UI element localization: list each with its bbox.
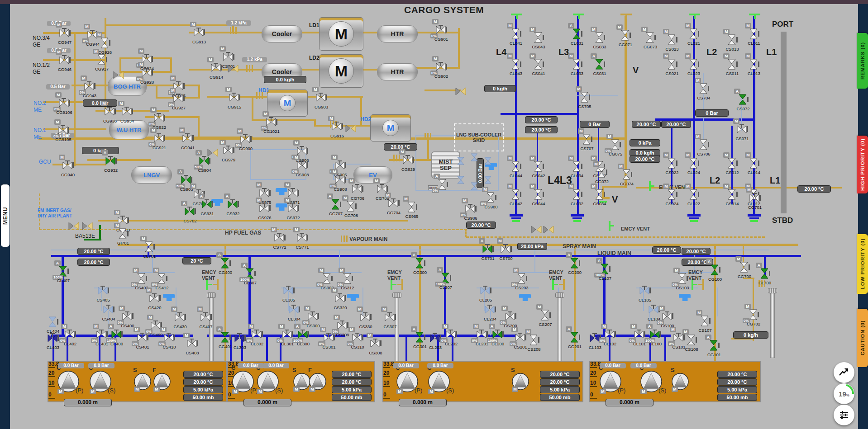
valve-CG941[interactable] — [182, 132, 194, 144]
valve-CS043[interactable] — [533, 32, 544, 43]
caution-tab[interactable]: CAUTION (0) — [857, 309, 868, 367]
valve-CS976[interactable] — [259, 203, 271, 214]
valve-CS320[interactable] — [334, 292, 346, 304]
valve-CS014[interactable] — [726, 189, 738, 200]
valve-CS430[interactable] — [174, 311, 186, 323]
valve-CS772[interactable] — [274, 232, 286, 244]
valve-CG700[interactable] — [739, 261, 750, 273]
valve-CG707[interactable] — [330, 198, 342, 210]
valve-CG914[interactable] — [210, 62, 222, 74]
valve-CG200[interactable] — [569, 257, 581, 269]
valve-CG917[interactable] — [96, 54, 108, 66]
valve-CS041[interactable] — [533, 58, 544, 70]
valve-CG903[interactable] — [315, 92, 327, 104]
remarks-tab[interactable]: REMARKS (0) — [857, 33, 868, 89]
valve-CS972[interactable] — [287, 203, 299, 214]
valve-CG201[interactable] — [569, 331, 581, 343]
valve-CS330[interactable] — [360, 311, 372, 323]
valve-CS034[interactable] — [594, 189, 606, 200]
valve-CS208[interactable] — [528, 334, 540, 346]
valve-CL305[interactable] — [283, 285, 295, 297]
valve-CS001[interactable] — [223, 51, 234, 63]
valve-CL404[interactable] — [47, 316, 59, 328]
valve-CL105[interactable] — [639, 285, 651, 297]
valve-CS024[interactable] — [666, 189, 678, 200]
valve-CG916[interactable] — [331, 121, 343, 132]
high-priority-tab[interactable]: HIGH PRIORITY (0) — [857, 136, 868, 193]
valve-CL701[interactable] — [143, 241, 155, 253]
valve-CL044[interactable] — [510, 160, 522, 172]
valve-CL032[interactable] — [571, 189, 583, 200]
valve-CG300[interactable] — [414, 257, 426, 269]
valve-CS031[interactable] — [594, 58, 606, 70]
valve-CS072[interactable] — [737, 94, 749, 105]
valve-CG072[interactable] — [596, 166, 608, 178]
valve-CS042[interactable] — [533, 160, 544, 172]
valve-CS932[interactable] — [227, 198, 239, 210]
valve-CS404[interactable] — [103, 304, 114, 316]
valve-CS771[interactable] — [296, 232, 308, 244]
low-priority-tab[interactable]: LOW PRIORITY (0) — [857, 234, 868, 294]
valve-CS408[interactable] — [186, 338, 198, 349]
trend-button[interactable] — [834, 362, 854, 383]
valve-CL014[interactable] — [748, 157, 760, 169]
valve-CS207[interactable] — [539, 309, 551, 321]
valve-CL043[interactable] — [510, 58, 522, 70]
valve-CL204[interactable] — [484, 304, 496, 316]
valve-CS704[interactable] — [698, 83, 710, 94]
valve-CS108[interactable] — [686, 334, 697, 346]
valve-CS013[interactable] — [726, 34, 738, 46]
gas-level-button[interactable]: 19% — [834, 383, 854, 404]
valve-CG074[interactable] — [621, 169, 633, 180]
valve-CG706[interactable] — [352, 183, 363, 195]
valve-CS308[interactable] — [370, 338, 382, 349]
valve-CG301[interactable] — [414, 331, 426, 343]
valve-GI701[interactable] — [117, 228, 129, 240]
valve-CL031[interactable] — [571, 28, 583, 40]
valve-CG934[interactable] — [121, 106, 133, 118]
valve-CG400[interactable] — [219, 257, 231, 269]
valve-CL033[interactable] — [571, 58, 583, 70]
valve-CG701[interactable] — [749, 192, 761, 204]
valve-CS033[interactable] — [594, 32, 606, 43]
valve-CL022[interactable] — [688, 189, 700, 200]
valve-CL024[interactable] — [688, 157, 700, 169]
valve-CS931[interactable] — [201, 198, 213, 210]
valve-CS011[interactable] — [726, 58, 738, 70]
valve-CS307[interactable] — [384, 311, 396, 323]
valve-CL021[interactable] — [688, 28, 700, 40]
valve-CL205[interactable] — [480, 285, 491, 297]
valve-CG947[interactable] — [59, 27, 71, 39]
valve-CS405[interactable] — [97, 285, 109, 297]
valve-CL034[interactable] — [571, 160, 583, 172]
valve-CS022[interactable] — [666, 157, 678, 169]
valve-CG946[interactable] — [59, 54, 71, 66]
valve-CS071[interactable] — [736, 123, 748, 135]
valve-CL042[interactable] — [510, 189, 522, 200]
valve-CL041[interactable] — [510, 28, 522, 40]
valve-CS706[interactable] — [698, 139, 710, 151]
valve-CL023[interactable] — [688, 58, 700, 70]
valve-CG940[interactable] — [62, 160, 74, 171]
valve-CG929[interactable] — [402, 154, 414, 166]
valve-CS700[interactable] — [500, 243, 512, 255]
valve-CG401[interactable] — [219, 331, 231, 343]
valve-CG932[interactable] — [105, 155, 117, 167]
valve-CG100[interactable] — [709, 264, 721, 276]
valve-CG936[interactable] — [104, 106, 116, 118]
valve-CL304[interactable] — [288, 304, 300, 316]
valve-CS707[interactable] — [581, 133, 593, 145]
valve-CS012[interactable] — [726, 157, 738, 169]
valve-CG708[interactable] — [345, 200, 357, 212]
valve-CS701[interactable] — [482, 243, 494, 255]
valve-CS107[interactable] — [699, 315, 711, 327]
valve-CS420[interactable] — [149, 292, 161, 304]
valve-CS705[interactable] — [579, 91, 591, 103]
valve-CG913[interactable] — [193, 27, 205, 38]
valve-CS965[interactable] — [406, 201, 418, 213]
valve-CS023[interactable] — [666, 34, 678, 46]
valve-CS021[interactable] — [666, 58, 678, 70]
valve-CL013[interactable] — [748, 58, 760, 70]
valve-CL700[interactable] — [759, 268, 771, 279]
valve-CG101[interactable] — [708, 339, 720, 351]
